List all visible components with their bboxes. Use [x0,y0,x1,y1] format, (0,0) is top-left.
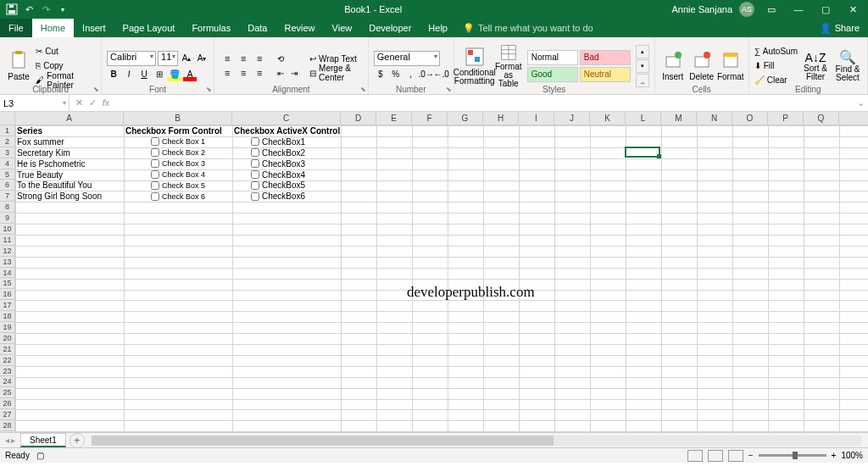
cell[interactable]: Series [15,125,124,136]
col-header[interactable]: I [519,112,554,125]
accounting-format-icon[interactable]: $ [374,68,387,81]
add-sheet-button[interactable]: + [70,433,85,448]
row-header[interactable]: 25 [0,387,14,398]
insert-cells-button[interactable]: Insert [660,44,686,88]
clipboard-launcher-icon[interactable]: ⬊ [93,86,99,93]
row-header[interactable]: 6 [0,180,14,191]
selected-cell[interactable] [625,147,660,158]
col-header[interactable]: O [732,112,768,125]
row-header[interactable]: 14 [0,268,14,279]
row-header[interactable]: 12 [0,246,14,257]
styles-scroll-up-icon[interactable]: ▴ [636,45,649,58]
delete-cells-button[interactable]: Delete [689,44,715,88]
activex-checkbox[interactable]: CheckBox4 [249,169,326,180]
formula-bar[interactable] [115,97,854,109]
row-header[interactable]: 3 [0,147,14,158]
col-header[interactable]: E [376,112,412,125]
style-normal[interactable]: Normal [527,50,578,65]
row-header[interactable]: 22 [0,355,14,366]
undo-icon[interactable]: ↶ [22,3,36,16]
fx-icon[interactable]: fx [100,97,112,108]
row-header[interactable]: 11 [0,235,14,246]
form-checkbox[interactable]: Check Box 4 [149,169,225,180]
tab-help[interactable]: Help [420,19,456,37]
row-header[interactable]: 8 [0,202,14,213]
row-header[interactable]: 26 [0,398,14,409]
save-icon[interactable] [5,3,19,16]
sort-filter-button[interactable]: A↓Z Sort & Filter [801,44,830,88]
name-box[interactable]: L3 [0,95,70,111]
row-header[interactable]: 20 [0,333,14,344]
format-as-table-button[interactable]: Format as Table [493,44,524,88]
cell[interactable]: Checkbox Form Control [124,125,232,136]
row-header[interactable]: 5 [0,169,14,180]
row-header[interactable]: 9 [0,213,14,224]
activex-checkbox[interactable]: CheckBox6 [249,191,326,202]
row-header[interactable]: 13 [0,257,14,268]
tab-review[interactable]: Review [275,19,323,37]
row-header[interactable]: 28 [0,420,14,431]
align-center-icon[interactable]: ≡ [236,66,251,80]
comma-format-icon[interactable]: , [404,68,418,81]
orientation-icon[interactable]: ⟲ [274,52,287,65]
row-header[interactable]: 10 [0,224,14,235]
align-top-icon[interactable]: ≡ [220,52,235,65]
bold-button[interactable]: B [107,68,120,81]
font-size-combo[interactable]: 11 [158,51,178,66]
form-checkbox[interactable]: Check Box 1 [149,136,225,147]
number-format-combo[interactable]: General [374,51,440,66]
row-header[interactable]: 16 [0,289,14,300]
col-header[interactable]: F [412,112,448,125]
zoom-in-button[interactable]: + [832,451,837,460]
col-header[interactable]: B [124,112,232,125]
col-header[interactable]: A [15,112,124,125]
row-header[interactable]: 17 [0,300,14,311]
tab-view[interactable]: View [324,19,361,37]
style-good[interactable]: Good [527,67,578,82]
style-neutral[interactable]: Neutral [580,67,631,82]
alignment-launcher-icon[interactable]: ⬊ [360,86,366,93]
number-launcher-icon[interactable]: ⬊ [446,86,452,93]
cell[interactable]: True Beauty [15,169,124,180]
tab-data[interactable]: Data [239,19,275,37]
cell[interactable]: To the Beautiful You [15,180,124,191]
sheet-tab[interactable]: Sheet1 [20,433,66,447]
close-button[interactable]: ✕ [843,0,863,19]
col-header[interactable]: K [590,112,626,125]
expand-formula-icon[interactable]: ⌄ [854,97,868,108]
page-break-view-button[interactable] [728,450,743,462]
border-button[interactable]: ⊞ [153,68,166,81]
activex-checkbox[interactable]: CheckBox3 [249,158,326,169]
form-checkbox[interactable]: Check Box 6 [149,191,225,202]
col-header[interactable]: J [554,112,590,125]
fill-button[interactable]: ⬇Fill [754,59,798,73]
decrease-font-icon[interactable]: A▾ [195,52,209,65]
maximize-button[interactable]: ▢ [815,0,836,19]
align-middle-icon[interactable]: ≡ [236,52,251,65]
form-checkbox[interactable]: Check Box 3 [149,158,225,169]
underline-button[interactable]: U [137,68,151,81]
row-header[interactable]: 23 [0,366,14,377]
tab-developer[interactable]: Developer [360,19,420,37]
zoom-out-button[interactable]: − [748,451,754,460]
increase-font-icon[interactable]: A▴ [180,52,193,65]
col-header[interactable]: G [448,112,483,125]
cell[interactable]: Strong Girl Bong Soon [15,191,124,202]
row-header[interactable]: 19 [0,322,14,333]
col-header[interactable]: H [483,112,519,125]
redo-icon[interactable]: ↷ [39,3,53,16]
cell[interactable]: Fox summer [15,136,124,147]
increase-indent-icon[interactable]: ⇥ [287,66,301,80]
decrease-indent-icon[interactable]: ⇤ [274,66,287,80]
avatar[interactable]: AS [739,2,754,17]
col-header[interactable]: C [232,112,341,125]
align-bottom-icon[interactable]: ≡ [252,52,267,65]
row-header[interactable]: 18 [0,311,14,322]
align-right-icon[interactable]: ≡ [252,66,267,80]
activex-checkbox[interactable]: CheckBox2 [249,147,326,158]
percent-format-icon[interactable]: % [389,68,403,81]
tab-page-layout[interactable]: Page Layout [114,19,184,37]
row-header[interactable]: 7 [0,191,14,202]
enter-formula-icon[interactable]: ✓ [86,97,98,108]
col-header[interactable]: M [661,112,697,125]
